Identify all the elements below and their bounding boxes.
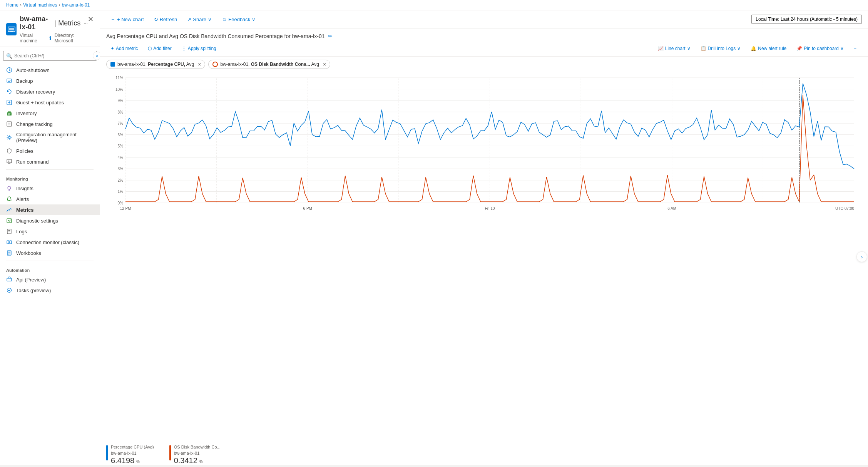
svg-text:1%: 1% (118, 189, 124, 194)
legend-cpu-text: Percentage CPU (Avg) bw-ama-lx-01 6.4198… (111, 444, 154, 465)
sidebar-item-auto-shutdown[interactable]: Auto-shutdown (0, 65, 100, 75)
sidebar-item-alerts[interactable]: Alerts (0, 194, 100, 204)
pin-chevron: ∨ (840, 46, 844, 51)
svg-text:Fri 10: Fri 10 (485, 206, 495, 211)
share-button[interactable]: ↗ Share ∨ (183, 14, 216, 25)
edit-chart-title-icon[interactable]: ✏ (328, 33, 333, 39)
drill-logs-button[interactable]: 📋 Drill into Logs ∨ (696, 44, 745, 53)
feedback-chevron-icon: ∨ (252, 17, 256, 22)
sidebar-item-metrics[interactable]: Metrics (0, 204, 100, 215)
svg-point-39 (7, 288, 12, 293)
feedback-button[interactable]: ☺ Feedback ∨ (217, 14, 260, 25)
sidebar-item-api-preview-[interactable]: Api (Preview) (0, 274, 100, 285)
new-chart-label: + New chart (117, 17, 144, 22)
sidebar-item-tasks-preview-[interactable]: Tasks (preview) (0, 285, 100, 296)
line-chart-button[interactable]: 📈 Line chart ∨ (654, 44, 695, 53)
content-area: ＋ + New chart ↻ Refresh ↗ Share ∨ ☺ Feed… (100, 10, 868, 465)
svg-rect-1 (9, 28, 14, 30)
pin-dashboard-button[interactable]: 📌 Pin to dashboard ∨ (792, 44, 848, 53)
sidebar-item-disaster-recovery[interactable]: Disaster recovery (0, 86, 100, 97)
api-icon (6, 276, 12, 283)
sidebar-item-backup[interactable]: Backup (0, 75, 100, 86)
sidebar-item-label: Metrics (16, 207, 34, 213)
sidebar-item-label: Change tracking (16, 121, 53, 127)
resource-header: bw-ama-lx-01 | Metrics ··· Virtual machi… (0, 10, 100, 47)
add-filter-button[interactable]: ⬡ Add filter (144, 44, 176, 53)
add-metric-button[interactable]: ✦ Add metric (106, 44, 142, 53)
share-chevron-icon: ∨ (208, 17, 212, 22)
sidebar-item-configuration-management-preview-[interactable]: Configuration management (Preview) (0, 129, 100, 146)
info-icon: ℹ (49, 35, 51, 41)
chart-title: Avg Percentage CPU and Avg OS Disk Bandw… (106, 33, 325, 39)
collapse-sidebar-button[interactable]: « (93, 52, 100, 60)
chart-header: Avg Percentage CPU and Avg OS Disk Bandw… (100, 28, 868, 42)
legend-disk-value: 0.3412 (174, 456, 197, 465)
close-button[interactable]: ✕ (88, 15, 94, 23)
sidebar-item-guest-host-updates[interactable]: Guest + host updates (0, 97, 100, 108)
sidebar-item-diagnostic-settings[interactable]: Diagnostic settings (0, 215, 100, 226)
svg-text:7%: 7% (118, 121, 124, 126)
sidebar-item-insights[interactable]: Insights (0, 183, 100, 194)
legend-item-cpu: Percentage CPU (Avg) bw-ama-lx-01 6.4198… (106, 444, 154, 465)
sidebar-item-connection-monitor-classic-[interactable]: Connection monitor (classic) (0, 237, 100, 248)
config-icon (6, 134, 12, 141)
sidebar: bw-ama-lx-01 | Metrics ··· Virtual machi… (0, 10, 100, 465)
breadcrumb-current[interactable]: bw-ama-lx-01 (62, 2, 90, 8)
sidebar-item-run-command[interactable]: Run command (0, 156, 100, 167)
svg-rect-30 (7, 241, 9, 244)
disk-pill-close[interactable]: × (323, 62, 326, 67)
metric-pill-cpu: bw-ama-lx-01, Percentage CPU, Avg × (106, 60, 205, 69)
sidebar-item-change-tracking[interactable]: Change tracking (0, 119, 100, 129)
toolbar-right: Local Time: Last 24 hours (Automatic - 5… (751, 15, 862, 24)
sidebar-item-label: Tasks (preview) (16, 288, 51, 293)
sidebar-item-label: Workbooks (16, 250, 41, 256)
breadcrumb-vms[interactable]: Virtual machines (23, 2, 57, 8)
new-alert-button[interactable]: 🔔 New alert rule (746, 44, 791, 53)
apply-splitting-button[interactable]: ⋮ Apply splitting (177, 44, 221, 53)
svg-text:10%: 10% (115, 87, 123, 92)
sidebar-item-workbooks[interactable]: Workbooks (0, 248, 100, 258)
metrics-chart: 11%10%9%8%7%6%5%4%3%2%1%0%12 PM6 PMFri 1… (106, 72, 862, 218)
svg-rect-10 (7, 112, 12, 115)
more-options-button[interactable]: ··· (850, 44, 862, 53)
legend-cpu-sublabel: bw-ama-lx-01 (111, 450, 154, 456)
sidebar-item-label: Disaster recovery (16, 89, 55, 95)
resource-more-button[interactable]: ··· (84, 20, 88, 26)
refresh-button[interactable]: ↻ Refresh (150, 14, 182, 25)
sidebar-item-label: Run command (16, 159, 49, 165)
sidebar-item-label: Insights (16, 186, 33, 191)
sidebar-item-label: Alerts (16, 196, 29, 202)
svg-text:11%: 11% (115, 76, 123, 80)
share-icon: ↗ (187, 17, 191, 22)
breadcrumb-home[interactable]: Home (6, 2, 18, 8)
share-label: Share (193, 17, 206, 22)
svg-rect-31 (10, 241, 12, 244)
chart-next-arrow[interactable]: › (856, 251, 867, 262)
search-icon: 🔍 (6, 53, 12, 59)
new-chart-button[interactable]: ＋ + New chart (106, 13, 148, 25)
cpu-pill-close[interactable]: × (198, 62, 201, 67)
add-filter-label: Add filter (153, 46, 171, 51)
pin-dashboard-label: Pin to dashboard (804, 46, 839, 51)
sidebar-item-label: Connection monitor (classic) (16, 239, 79, 245)
svg-text:6%: 6% (118, 133, 124, 137)
resource-icon (6, 23, 17, 35)
sidebar-item-inventory[interactable]: Inventory (0, 108, 100, 119)
new-alert-label: New alert rule (758, 46, 786, 51)
svg-point-22 (8, 186, 11, 189)
legend-cpu-value: 6.4198 (111, 456, 134, 465)
sidebar-item-policies[interactable]: Policies (0, 146, 100, 156)
cpu-pill-color (110, 62, 115, 67)
breadcrumb-bar: Home › Virtual machines › bw-ama-lx-01 (0, 0, 868, 10)
time-range-selector[interactable]: Local Time: Last 24 hours (Automatic - 5… (751, 15, 862, 24)
svg-text:UTC-07:00: UTC-07:00 (835, 206, 854, 211)
disk-pill-resource: bw-ama-lx-01, OS Disk Bandwidth Cons... … (220, 62, 319, 67)
resource-type: Virtual machine (20, 33, 46, 44)
refresh-label: Refresh (160, 17, 177, 22)
sidebar-item-logs[interactable]: Logs (0, 226, 100, 237)
legend-item-disk: OS Disk Bandwidth Co... bw-ama-lx-01 0.3… (169, 444, 221, 465)
resource-meta: Virtual machine ℹ Directory: Microsoft (20, 33, 88, 44)
search-input[interactable] (3, 51, 97, 61)
legend-cpu-label: Percentage CPU (Avg) (111, 444, 154, 450)
add-metric-label: Add metric (116, 46, 138, 51)
